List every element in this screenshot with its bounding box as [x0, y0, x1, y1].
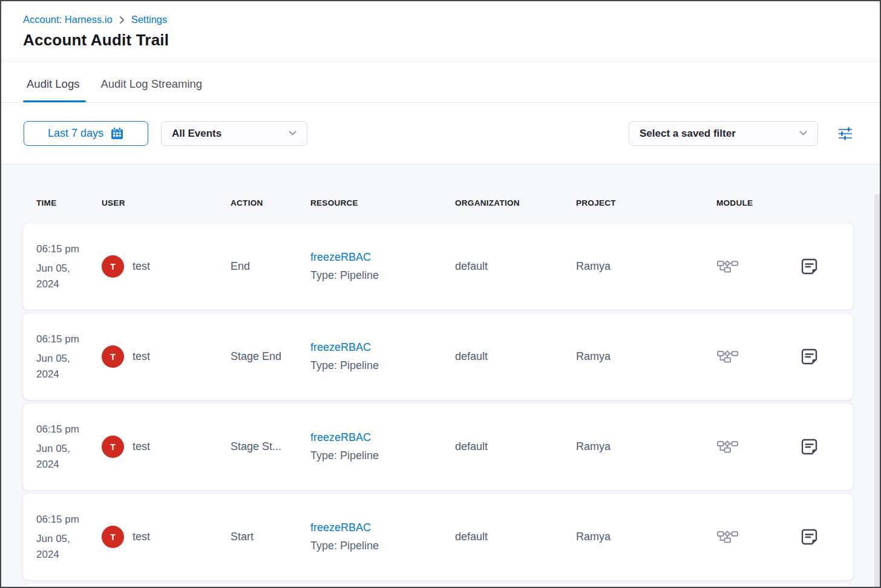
chevron-right-icon: [119, 16, 125, 24]
resource-cell: freezeRBAC Type: Pipeline: [310, 251, 455, 282]
event-time: 06:15 pm: [36, 332, 92, 347]
breadcrumb-settings-link[interactable]: Settings: [131, 14, 168, 25]
details-cell: [800, 347, 853, 366]
pipeline-icon: [716, 348, 739, 366]
event-summary-button[interactable]: [800, 347, 819, 366]
avatar: T: [102, 436, 124, 458]
events-dropdown[interactable]: All Events: [161, 121, 307, 146]
action-cell: Stage St...: [231, 440, 310, 453]
note-summary-icon: [800, 528, 819, 546]
resource-link[interactable]: freezeRBAC: [310, 341, 455, 354]
saved-filter-placeholder: Select a saved filter: [640, 128, 736, 140]
filter-settings-button[interactable]: [835, 123, 856, 144]
action-cell: End: [231, 260, 310, 273]
page-header: Account: Harness.io Settings Account Aud…: [1, 1, 880, 62]
user-cell: T test: [102, 526, 231, 548]
avatar: T: [102, 345, 124, 368]
user-cell: T test: [102, 255, 231, 278]
avatar: T: [102, 526, 124, 548]
pipeline-icon: [716, 528, 739, 546]
time-cell: 06:15 pm Jun 05, 2024: [36, 512, 92, 563]
tab-audit-log-streaming[interactable]: Audit Log Streaming: [100, 77, 202, 102]
vertical-scrollbar[interactable]: [874, 194, 880, 587]
pipeline-icon: [716, 258, 739, 276]
resource-type: Type: Pipeline: [310, 359, 455, 372]
resource-link[interactable]: freezeRBAC: [310, 431, 455, 444]
event-date: Jun 05, 2024: [36, 351, 92, 382]
app-window: Account: Harness.io Settings Account Aud…: [0, 0, 881, 588]
column-header-module: MODULE: [708, 198, 800, 207]
audit-table: TIME USER ACTION RESOURCE ORGANIZATION P…: [1, 165, 880, 587]
resource-link[interactable]: freezeRBAC: [310, 251, 455, 264]
user-name: test: [133, 531, 150, 543]
resource-link[interactable]: freezeRBAC: [310, 521, 455, 534]
action-cell: Stage End: [231, 350, 310, 363]
column-header-actions: [800, 198, 853, 207]
module-cell: [708, 438, 800, 456]
organization-cell: default: [455, 260, 576, 273]
time-cell: 06:15 pm Jun 05, 2024: [36, 332, 92, 382]
date-range-button[interactable]: Last 7 days: [24, 121, 148, 146]
table-header-row: TIME USER ACTION RESOURCE ORGANIZATION P…: [23, 198, 853, 207]
module-cell: [708, 258, 800, 276]
event-summary-button[interactable]: [800, 528, 819, 546]
user-cell: T test: [102, 436, 231, 458]
column-header-action: ACTION: [231, 198, 310, 207]
filter-left-group: Last 7 days All Events: [24, 121, 307, 146]
user-cell: T test: [102, 345, 231, 368]
resource-cell: freezeRBAC Type: Pipeline: [310, 431, 455, 462]
event-time: 06:15 pm: [36, 241, 92, 257]
event-summary-button[interactable]: [800, 257, 819, 276]
event-time: 06:15 pm: [36, 512, 92, 528]
time-cell: 06:15 pm Jun 05, 2024: [36, 241, 92, 292]
filter-sliders-icon: [836, 125, 854, 143]
filter-right-group: Select a saved filter: [629, 121, 856, 146]
module-cell: [708, 528, 800, 546]
table-row: 06:15 pm Jun 05, 2024 T test Stage St...…: [23, 403, 853, 490]
chevron-down-icon: [799, 131, 807, 136]
resource-cell: freezeRBAC Type: Pipeline: [310, 521, 455, 552]
details-cell: [800, 528, 853, 546]
project-cell: Ramya: [576, 350, 708, 363]
column-header-resource: RESOURCE: [310, 198, 455, 207]
time-cell: 06:15 pm Jun 05, 2024: [36, 422, 92, 472]
column-header-user: USER: [102, 198, 231, 207]
breadcrumb: Account: Harness.io Settings: [23, 14, 858, 25]
column-header-project: PROJECT: [576, 198, 708, 207]
event-summary-button[interactable]: [800, 437, 819, 456]
event-date: Jun 05, 2024: [36, 261, 92, 292]
next-row-partial: [23, 584, 853, 588]
calendar-icon: [110, 126, 124, 140]
tabs-bar: Audit Logs Audit Log Streaming: [1, 62, 880, 103]
saved-filter-dropdown[interactable]: Select a saved filter: [629, 121, 818, 146]
event-time: 06:15 pm: [36, 422, 92, 437]
table-row: 06:15 pm Jun 05, 2024 T test End freezeR…: [23, 223, 853, 310]
note-summary-icon: [800, 437, 819, 456]
table-row: 06:15 pm Jun 05, 2024 T test Start freez…: [23, 494, 853, 580]
pipeline-icon: [716, 438, 739, 456]
breadcrumb-account-link[interactable]: Account: Harness.io: [23, 14, 113, 25]
event-date: Jun 05, 2024: [36, 441, 92, 472]
organization-cell: default: [455, 440, 576, 453]
resource-type: Type: Pipeline: [310, 540, 455, 552]
column-header-organization: ORGANIZATION: [455, 198, 576, 207]
project-cell: Ramya: [576, 440, 708, 453]
organization-cell: default: [455, 531, 576, 543]
project-cell: Ramya: [576, 260, 708, 273]
filter-bar: Last 7 days All Events: [1, 103, 880, 165]
details-cell: [800, 257, 853, 276]
chevron-down-icon: [289, 131, 296, 136]
event-date: Jun 05, 2024: [36, 531, 92, 562]
resource-type: Type: Pipeline: [310, 449, 455, 462]
events-dropdown-value: All Events: [172, 128, 221, 140]
action-cell: Start: [231, 531, 310, 543]
details-cell: [800, 437, 853, 456]
date-range-label: Last 7 days: [48, 127, 103, 140]
table-body: 06:15 pm Jun 05, 2024 T test End freezeR…: [23, 223, 853, 580]
organization-cell: default: [455, 350, 576, 363]
user-name: test: [133, 350, 150, 363]
resource-cell: freezeRBAC Type: Pipeline: [310, 341, 455, 372]
note-summary-icon: [800, 257, 819, 276]
user-name: test: [133, 260, 150, 273]
tab-audit-logs[interactable]: Audit Logs: [27, 77, 79, 102]
